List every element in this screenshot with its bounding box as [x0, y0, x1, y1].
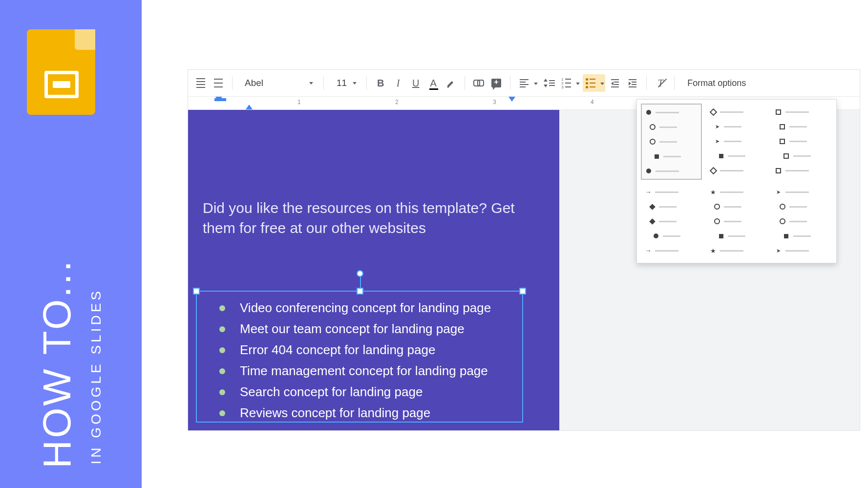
bullet-icon [219, 389, 225, 395]
list-item: Video conferencing concept for landing p… [219, 300, 513, 316]
resize-handle-icon[interactable] [519, 288, 526, 295]
align-button[interactable] [516, 74, 539, 92]
bullet-preset-option[interactable] [706, 104, 767, 179]
increase-indent-button[interactable] [625, 74, 640, 92]
clear-formatting-button[interactable]: T [653, 74, 668, 92]
italic-button[interactable]: I [390, 74, 406, 92]
sidebar-subtitle: IN GOOGLE SLIDES [88, 288, 104, 465]
tutorial-sidebar: HOW TO... IN GOOGLE SLIDES [0, 0, 142, 488]
ruler-tick-label: 4 [591, 99, 594, 106]
numbered-list-button[interactable]: 123 [558, 74, 581, 92]
list-item: Search concept for landing page [219, 384, 513, 400]
bullet-icon [219, 305, 225, 311]
list-item: Time management concept for landing page [219, 363, 513, 379]
ruler-first-line-indent-icon[interactable] [215, 97, 222, 102]
bullet-style-dropdown [636, 99, 837, 263]
list-item: Error 404 concept for landing page [219, 342, 513, 358]
rotate-handle-icon[interactable] [357, 270, 363, 277]
bullet-preset-option[interactable] [641, 184, 702, 259]
bold-button[interactable]: B [373, 74, 388, 92]
font-size-select[interactable]: 11 [330, 75, 360, 91]
ruler-tick-label: 3 [493, 99, 496, 106]
insert-link-button[interactable] [471, 74, 487, 92]
ruler-right-indent-icon[interactable] [508, 97, 515, 102]
line-spacing-loose-button[interactable] [211, 74, 226, 92]
bullet-icon [219, 368, 225, 374]
bullet-preset-option[interactable] [771, 104, 832, 179]
decrease-indent-button[interactable] [607, 74, 623, 92]
toolbar: Abel 11 B I U A 123 T Format options [188, 70, 860, 97]
bullet-icon [219, 326, 225, 332]
bullet-icon [219, 410, 225, 416]
font-family-select[interactable]: Abel [238, 74, 318, 92]
bullet-icon [219, 347, 225, 353]
ruler-tick-label: 2 [395, 99, 399, 106]
bulleted-list-button[interactable] [583, 74, 605, 92]
sidebar-title: HOW TO... [38, 259, 77, 468]
slide: Did you like the resources on this templ… [188, 110, 559, 431]
bullet-preset-option[interactable] [771, 184, 832, 259]
google-slides-logo-icon [27, 29, 95, 115]
resize-handle-icon[interactable] [357, 288, 363, 295]
ruler-tick-label: 1 [297, 99, 301, 106]
resize-handle-icon[interactable] [193, 288, 200, 295]
line-spacing-button[interactable] [541, 74, 556, 92]
highlight-color-button[interactable] [443, 74, 459, 92]
underline-button[interactable]: U [408, 74, 423, 92]
slide-heading-text[interactable]: Did you like the resources on this templ… [203, 198, 530, 238]
bullet-preset-option[interactable] [641, 104, 702, 180]
app-window: Abel 11 B I U A 123 T Format options [188, 69, 860, 431]
format-options-button[interactable]: Format options [680, 74, 753, 92]
add-comment-button[interactable] [488, 74, 504, 92]
bullet-list[interactable]: Video conferencing concept for landing p… [219, 300, 513, 426]
selected-textbox[interactable]: Video conferencing concept for landing p… [196, 291, 523, 423]
ruler-left-indent-icon[interactable] [246, 105, 253, 109]
list-item: Reviews concept for landing page [219, 405, 513, 421]
line-spacing-tight-button[interactable] [193, 74, 209, 92]
text-color-button[interactable]: A [425, 74, 441, 92]
bullet-preset-option[interactable] [706, 184, 767, 259]
list-item: Meet our team concept for landing page [219, 321, 513, 337]
